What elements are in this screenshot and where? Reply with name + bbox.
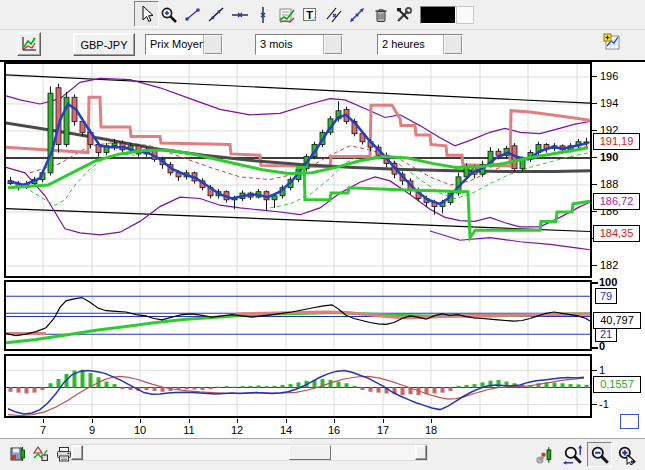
chart-type-button[interactable]: [17, 32, 41, 56]
drawing-toolbar: T: [0, 0, 645, 30]
zoom-in-button[interactable]: [614, 442, 639, 467]
price-chart-canvas[interactable]: [4, 62, 592, 278]
price-type-dropdown-button[interactable]: [203, 35, 222, 54]
price-type-combobox[interactable]: Prix Moyen: [145, 34, 223, 55]
trend-line-tool[interactable]: [205, 1, 228, 28]
vertical-line-tool[interactable]: [252, 1, 275, 28]
price-type-value: Prix Moyen: [146, 35, 203, 54]
scrollbar-right-button[interactable]: [415, 445, 427, 460]
magnifier-minus-icon: [590, 445, 610, 465]
diagonal-arrows-icon: [348, 6, 366, 24]
magnifier-plus-icon: [160, 6, 178, 24]
svg-text:T: T: [306, 8, 313, 20]
zoom-out-button[interactable]: [587, 442, 612, 467]
parallel-lines-tool[interactable]: [322, 1, 345, 28]
zoom-tool[interactable]: [158, 1, 181, 28]
printer-icon: [55, 445, 73, 463]
symbol-button[interactable]: GBP-JPY: [73, 33, 135, 56]
floppy-candle-icon: [9, 445, 27, 463]
save-chart-button[interactable]: [8, 444, 28, 464]
charting-app-window: T GBP-JPY Prix Moyen 3 mois 2 heures ©IT…: [0, 0, 645, 470]
magnifier-plus-cursor-icon: [617, 445, 637, 465]
add-chart-button[interactable]: [603, 33, 627, 57]
shapes-icon: [32, 445, 50, 463]
timeframe-value: 2 heures: [378, 35, 443, 54]
wrench-candle-icon: [536, 445, 556, 465]
drawing-objects-button[interactable]: [31, 444, 51, 464]
add-chart-icon: [603, 33, 621, 51]
settings-tool[interactable]: [393, 1, 416, 28]
color-swatch[interactable]: [420, 6, 456, 24]
chart-settings-button[interactable]: [533, 442, 558, 467]
cursor-icon: [138, 5, 156, 23]
bottom-toolbar: [0, 440, 645, 470]
period-value: 3 mois: [256, 35, 323, 54]
color-swatch-extension[interactable]: [456, 6, 474, 24]
segment-tool[interactable]: [181, 1, 204, 28]
timeframe-dropdown-button[interactable]: [443, 35, 462, 54]
tools-icon: [395, 6, 413, 24]
symbol-toolbar: GBP-JPY Prix Moyen 3 mois 2 heures: [0, 30, 645, 60]
scrollbar-thumb[interactable]: [289, 445, 331, 460]
resize-tool[interactable]: [346, 1, 369, 28]
indicator-tool[interactable]: [275, 1, 298, 28]
timeframe-combobox[interactable]: 2 heures: [377, 34, 463, 55]
horizontal-line-tool[interactable]: [228, 1, 251, 28]
period-dropdown-button[interactable]: [323, 35, 342, 54]
text-tool[interactable]: T: [299, 1, 322, 28]
vertical-line-icon: [254, 6, 272, 24]
symbol-label: GBP-JPY: [80, 39, 127, 51]
axis-settings-button[interactable]: [620, 414, 639, 429]
magnifier-arrows-icon: [563, 445, 583, 465]
zoom-fit-button[interactable]: [560, 442, 585, 467]
indicator-icon: [278, 6, 296, 24]
oscillator-panel-canvas[interactable]: [4, 280, 592, 351]
print-button[interactable]: [54, 444, 74, 464]
parallel-lines-icon: [325, 6, 343, 24]
horizontal-line-icon: [231, 6, 249, 24]
macd-panel-canvas[interactable]: [4, 354, 592, 418]
delete-tool[interactable]: [369, 1, 392, 28]
time-scrollbar[interactable]: [70, 444, 428, 461]
period-combobox[interactable]: 3 mois: [255, 34, 343, 55]
price-chart-icon: [20, 35, 38, 53]
statusbar-separator: [0, 438, 645, 439]
text-icon: T: [301, 6, 319, 24]
segment-icon: [184, 6, 202, 24]
trash-icon: [372, 6, 390, 24]
trend-line-icon: [207, 6, 225, 24]
select-tool[interactable]: [134, 1, 159, 27]
